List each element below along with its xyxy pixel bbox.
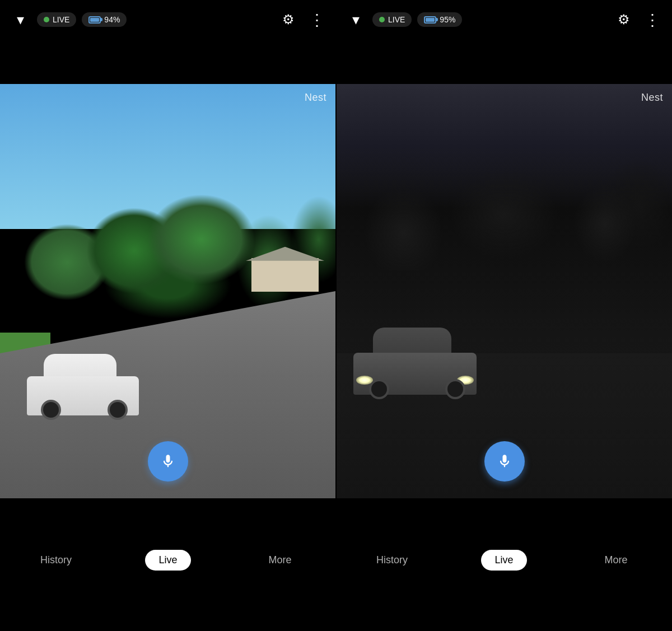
- nav-left-history[interactable]: History: [0, 550, 112, 571]
- car-night: [353, 328, 477, 395]
- car-day: [27, 354, 139, 415]
- camera-right-live-badge[interactable]: LIVE: [372, 12, 412, 27]
- camera-left-chevron[interactable]: ▾: [9, 8, 31, 31]
- nav-right-live[interactable]: Live: [448, 545, 560, 575]
- camera-right-battery: 95%: [417, 12, 462, 27]
- camera-right-chevron[interactable]: ▾: [344, 8, 367, 31]
- battery-icon-right: [424, 16, 436, 24]
- mic-icon-left: [160, 454, 176, 469]
- camera-left-live-label: LIVE: [53, 15, 69, 24]
- camera-left-settings-button[interactable]: ⚙: [277, 8, 300, 31]
- mic-icon-right: [497, 454, 512, 469]
- nav-right-more-label: More: [604, 554, 627, 566]
- nav-left-more-label: More: [268, 554, 291, 566]
- camera-left-mic-button[interactable]: [148, 441, 188, 482]
- nav-left-history-label: History: [40, 554, 72, 566]
- car-wheel-front-left: [41, 400, 61, 420]
- gear-icon-left: ⚙: [282, 12, 295, 27]
- battery-icon-left: [88, 16, 101, 24]
- night-trees: [337, 84, 672, 270]
- car-wheel-front-night: [369, 379, 389, 399]
- nav-right-live-label: Live: [481, 550, 526, 571]
- live-dot-right: [379, 17, 385, 22]
- top-bar: ▾ LIVE 94% ⚙ ⋮ ▾ LIVE: [0, 0, 672, 39]
- dots-icon-right: ⋮: [645, 11, 659, 29]
- dots-icon-left: ⋮: [309, 11, 324, 29]
- nest-logo-left: Nest: [305, 92, 326, 104]
- camera-right-panel[interactable]: Nest: [337, 84, 672, 498]
- camera-right-settings-button[interactable]: ⚙: [613, 8, 635, 31]
- house-day: [251, 258, 319, 292]
- car-wheel-rear-night: [445, 379, 465, 399]
- nav-right-more[interactable]: More: [560, 550, 672, 571]
- camera-right-live-label: LIVE: [388, 15, 405, 24]
- camera-right-mic-button[interactable]: [484, 441, 525, 482]
- bottom-nav-left: History Live More: [0, 526, 336, 593]
- nav-left-live[interactable]: Live: [112, 545, 224, 575]
- camera-bottom-spacer: [0, 498, 672, 526]
- nest-logo-right: Nest: [641, 92, 663, 104]
- camera-left-live-badge[interactable]: LIVE: [37, 12, 76, 27]
- top-spacer: [0, 39, 672, 84]
- camera-right-battery-percent: 95%: [440, 15, 455, 24]
- nav-left-more[interactable]: More: [224, 550, 336, 571]
- day-camera-scene: [0, 84, 335, 498]
- car-body-night: [353, 353, 477, 395]
- live-dot-left: [44, 17, 49, 22]
- car-body-day: [27, 376, 139, 415]
- gear-icon-right: ⚙: [618, 12, 630, 27]
- nav-left-live-label: Live: [145, 550, 190, 571]
- nav-right-history-label: History: [376, 554, 408, 566]
- nav-right-history[interactable]: History: [336, 550, 448, 571]
- camera-left-more-button[interactable]: ⋮: [305, 8, 328, 31]
- night-camera-scene: [337, 84, 672, 498]
- camera-right-controls: ▾ LIVE 95% ⚙ ⋮: [328, 8, 663, 31]
- car-wheel-rear-left: [108, 400, 128, 420]
- bottom-nav-container: History Live More History Live More: [0, 526, 672, 593]
- camera-left-battery: 94%: [82, 12, 127, 27]
- bottom-nav-right: History Live More: [336, 526, 672, 593]
- camera-left-battery-percent: 94%: [104, 15, 120, 24]
- camera-left-panel[interactable]: Nest: [0, 84, 337, 498]
- camera-right-more-button[interactable]: ⋮: [641, 8, 663, 31]
- camera-left-controls: ▾ LIVE 94% ⚙ ⋮: [9, 8, 328, 31]
- cameras-container: Nest Nest: [0, 84, 672, 498]
